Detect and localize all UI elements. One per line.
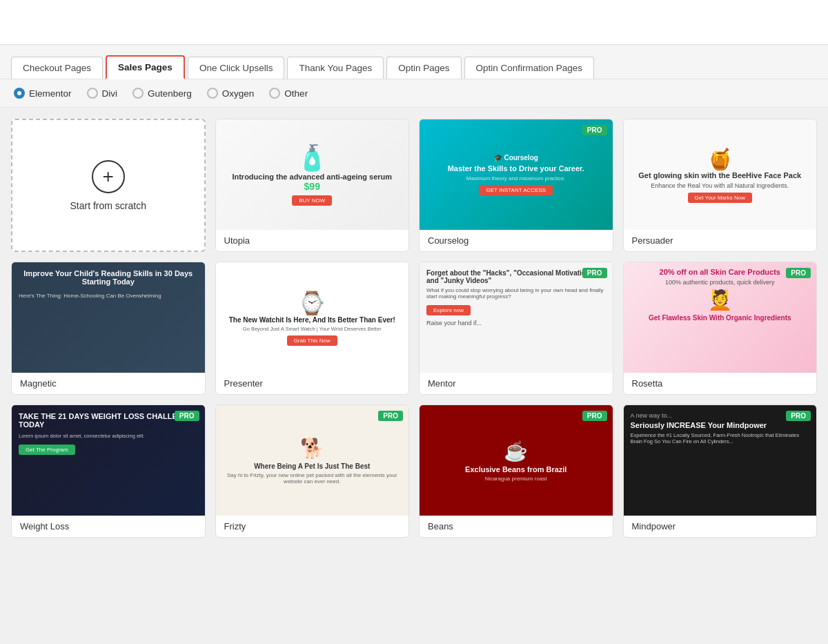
radio-circle-elementor: [14, 88, 25, 99]
card-thumb-wrap: ☕ Exclusive Beans from Brazil Nicaragua …: [420, 405, 613, 516]
thumb-mindpower: A new way to... Seriously INCREASE Your …: [624, 405, 817, 516]
thumb-frizty: 🐕 Where Being A Pet Is Just The Best Say…: [216, 405, 409, 516]
card-name-frizty: Frizty: [216, 516, 409, 537]
radio-label-elementor: Elementor: [29, 88, 72, 99]
template-card-frizty[interactable]: 🐕 Where Being A Pet Is Just The Best Say…: [215, 404, 410, 538]
plus-icon: +: [92, 160, 125, 193]
pro-badge-mindpower: PRO: [786, 411, 811, 421]
radio-elementor[interactable]: Elementor: [14, 88, 72, 99]
card-name-rosetta: Rosetta: [624, 373, 817, 394]
template-card-utopia[interactable]: 🧴 Introducing the advanced anti-ageing s…: [215, 119, 410, 252]
thumb-beans: ☕ Exclusive Beans from Brazil Nicaragua …: [420, 405, 613, 516]
card-thumb-wrap: 🐕 Where Being A Pet Is Just The Best Say…: [216, 405, 409, 516]
card-thumb-wrap: 🍯 Get glowing skin with the BeeHive Face…: [624, 119, 817, 230]
tab-checkout[interactable]: Checkout Pages: [11, 57, 103, 79]
thumb-utopia: 🧴 Introducing the advanced anti-ageing s…: [216, 119, 409, 230]
thumb-courselog: 🎓 Courselog Master the Skills to Drive y…: [420, 119, 613, 230]
card-thumb-wrap: Improve Your Child's Reading Skills in 3…: [12, 262, 205, 373]
pro-badge-frizty: PRO: [378, 411, 403, 421]
scratch-card[interactable]: + Start from scratch: [11, 119, 206, 252]
radio-circle-divi: [87, 88, 98, 99]
template-card-persuader[interactable]: 🍯 Get glowing skin with the BeeHive Face…: [623, 119, 818, 252]
tab-one-click[interactable]: One Click Upsells: [188, 57, 285, 79]
tab-sales[interactable]: Sales Pages: [106, 55, 185, 79]
card-thumb-wrap: 🎓 Courselog Master the Skills to Drive y…: [420, 119, 613, 230]
radio-circle-gutenberg: [132, 88, 144, 99]
thumb-mentor: Forget about the "Hacks", "Occasional Mo…: [420, 262, 613, 373]
template-card-rosetta[interactable]: 20% off on all Skin Care Products 100% a…: [623, 262, 818, 395]
tab-thankyou[interactable]: Thank You Pages: [287, 57, 384, 79]
pro-badge-weightloss: PRO: [175, 411, 199, 421]
template-card-beans[interactable]: ☕ Exclusive Beans from Brazil Nicaragua …: [419, 404, 613, 538]
card-name-mentor: Mentor: [420, 373, 613, 394]
radio-label-oxygen: Oxygen: [222, 88, 255, 99]
scratch-label: Start from scratch: [70, 200, 146, 211]
builder-radio-bar: ElementorDiviGutenbergOxygenOther: [0, 79, 828, 108]
tab-optin-confirm[interactable]: Optin Confirmation Pages: [464, 57, 595, 79]
radio-circle-oxygen: [207, 88, 218, 99]
template-card-courselog[interactable]: 🎓 Courselog Master the Skills to Drive y…: [419, 119, 613, 252]
tab-optin[interactable]: Optin Pages: [386, 57, 461, 79]
radio-label-other: Other: [284, 88, 308, 99]
pro-badge-courselog: PRO: [582, 125, 607, 135]
radio-gutenberg[interactable]: Gutenberg: [132, 88, 192, 99]
tabs-bar: Checkout PagesSales PagesOne Click Upsel…: [0, 45, 828, 79]
pro-badge-mentor: PRO: [582, 268, 607, 278]
close-button[interactable]: [17, 12, 36, 32]
thumb-weightloss: TAKE THE 21 DAYS WEIGHT LOSS CHALLENGE T…: [12, 405, 205, 516]
card-name-beans: Beans: [420, 516, 613, 537]
card-thumb-wrap: ⌚ The New Watchit Is Here, And Its Bette…: [216, 262, 409, 373]
card-thumb-wrap: TAKE THE 21 DAYS WEIGHT LOSS CHALLENGE T…: [12, 405, 205, 516]
card-name-courselog: Courselog: [420, 230, 613, 251]
pro-badge-rosetta: PRO: [786, 268, 811, 278]
template-card-weightloss[interactable]: TAKE THE 21 DAYS WEIGHT LOSS CHALLENGE T…: [11, 404, 206, 538]
card-name-weightloss: Weight Loss: [12, 516, 205, 537]
card-name-magnetic: Magnetic: [12, 373, 205, 394]
radio-label-gutenberg: Gutenberg: [148, 88, 192, 99]
thumb-magnetic: Improve Your Child's Reading Skills in 3…: [12, 262, 205, 373]
radio-divi[interactable]: Divi: [87, 88, 118, 99]
radio-other[interactable]: Other: [269, 88, 308, 99]
template-card-mindpower[interactable]: A new way to... Seriously INCREASE Your …: [623, 404, 818, 538]
template-grid: + Start from scratch 🧴 Introducing the a…: [0, 108, 828, 549]
card-thumb-wrap: Forget about the "Hacks", "Occasional Mo…: [420, 262, 613, 373]
template-grid-wrap: + Start from scratch 🧴 Introducing the a…: [0, 108, 828, 644]
radio-label-divi: Divi: [102, 88, 118, 99]
card-name-utopia: Utopia: [216, 230, 409, 251]
template-card-mentor[interactable]: Forget about the "Hacks", "Occasional Mo…: [419, 262, 613, 395]
card-name-presenter: Presenter: [216, 373, 409, 394]
thumb-rosetta: 20% off on all Skin Care Products 100% a…: [624, 262, 817, 373]
card-thumb-wrap: A new way to... Seriously INCREASE Your …: [624, 405, 817, 516]
template-card-presenter[interactable]: ⌚ The New Watchit Is Here, And Its Bette…: [215, 262, 410, 395]
pro-badge-beans: PRO: [582, 411, 607, 421]
card-name-mindpower: Mindpower: [624, 516, 817, 537]
radio-circle-other: [269, 88, 280, 99]
card-thumb-wrap: 🧴 Introducing the advanced anti-ageing s…: [216, 119, 409, 230]
card-thumb-wrap: 20% off on all Skin Care Products 100% a…: [624, 262, 817, 373]
thumb-persuader: 🍯 Get glowing skin with the BeeHive Face…: [624, 119, 817, 230]
modal-header: [0, 0, 828, 45]
template-card-magnetic[interactable]: Improve Your Child's Reading Skills in 3…: [11, 262, 206, 395]
card-name-persuader: Persuader: [624, 230, 817, 251]
radio-oxygen[interactable]: Oxygen: [207, 88, 255, 99]
thumb-presenter: ⌚ The New Watchit Is Here, And Its Bette…: [216, 262, 409, 373]
